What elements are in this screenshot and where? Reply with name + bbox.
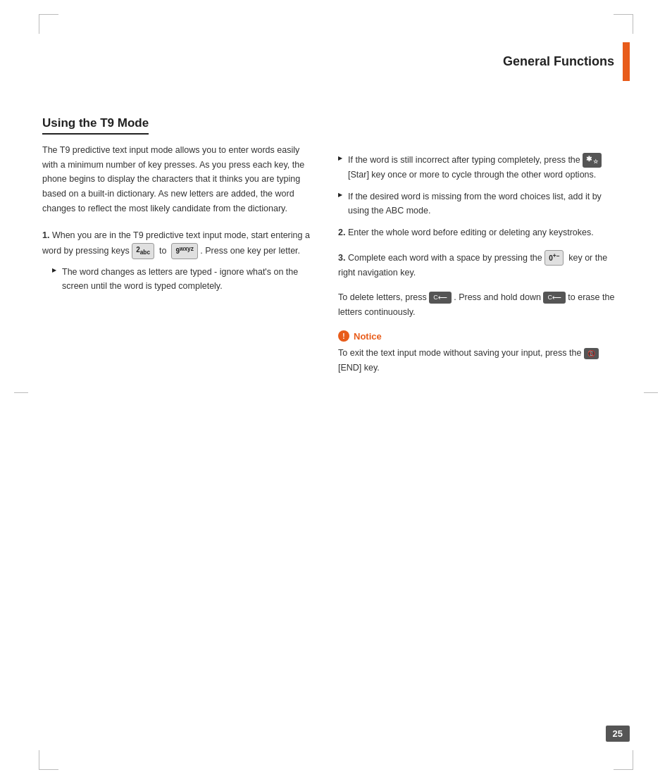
list-item: 1. When you are in the T9 predictive tex… <box>42 228 310 294</box>
corner-decoration <box>614 769 633 770</box>
right-numbered-list: 2. Enter the whole word before editing o… <box>338 225 620 280</box>
section-title: Using the T9 Mode <box>42 116 149 135</box>
bullet-item: If the desired word is missing from the … <box>338 189 620 218</box>
right-bullet-list: If the word is still incorrect after typ… <box>338 153 620 218</box>
intro-paragraph: The T9 predictive text input mode allows… <box>42 143 310 216</box>
star-key: ✱ ☆ <box>583 153 602 168</box>
corner-decoration <box>39 750 39 770</box>
notice-icon: ! <box>338 330 349 342</box>
bullet-item: The word changes as letters are typed - … <box>52 265 310 294</box>
bullet-sublist: The word changes as letters are typed - … <box>52 265 310 294</box>
numbered-list: 1. When you are in the T9 predictive tex… <box>42 228 310 294</box>
key-0: 0+– <box>545 250 564 266</box>
main-content: Using the T9 Mode The T9 predictive text… <box>42 116 630 375</box>
notice-title-text: Notice <box>354 331 382 342</box>
right-column: If the word is still incorrect after typ… <box>338 116 620 375</box>
notice-section: ! Notice To exit the text input mode wit… <box>338 330 620 375</box>
step-number: 2. <box>338 228 345 237</box>
left-column: Using the T9 Mode The T9 predictive text… <box>42 116 310 375</box>
step-number: 3. <box>338 252 345 262</box>
key-9wxyz: 9wxyz <box>171 243 197 259</box>
header-title: General Functions <box>503 54 614 69</box>
step-number: 1. <box>42 230 49 240</box>
corner-decoration <box>39 769 58 770</box>
page: General Functions Using the T9 Mode The … <box>0 0 672 784</box>
delete-key: C⟵ <box>429 292 452 304</box>
corner-decoration <box>614 14 633 15</box>
header-accent-bar <box>623 42 630 81</box>
corner-decoration <box>633 14 633 34</box>
side-mark <box>644 392 658 393</box>
end-key: 📵 <box>584 348 599 360</box>
corner-decoration <box>633 750 633 770</box>
notice-header: ! Notice <box>338 330 620 342</box>
notice-text: To exit the text input mode without savi… <box>338 346 620 375</box>
list-item: 3. Complete each word with a space by pr… <box>338 250 620 280</box>
bullet-item: If the word is still incorrect after typ… <box>338 153 620 182</box>
page-number: 25 <box>606 726 630 742</box>
page-header: General Functions <box>42 42 630 88</box>
list-item: 2. Enter the whole word before editing o… <box>338 225 620 240</box>
delete-key-2: C⟵ <box>543 292 566 304</box>
side-mark <box>14 392 28 393</box>
key-2abc: 2abc <box>132 243 154 259</box>
corner-decoration <box>39 14 58 15</box>
corner-decoration <box>39 14 39 34</box>
delete-paragraph: To delete letters, press C⟵ . Press and … <box>338 290 620 319</box>
